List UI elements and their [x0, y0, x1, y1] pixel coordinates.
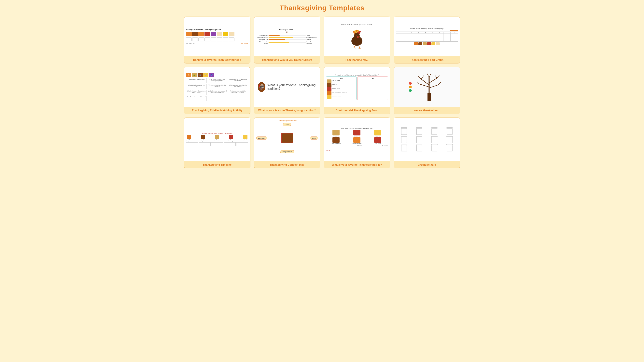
- food-yes-2: [327, 84, 332, 87]
- card4-preview: What is your favorite thing to eat on Th…: [394, 17, 460, 56]
- card-riddles[interactable]: 🥚 🌽 🚢 🎖️ 🫐 It has ears but it cannot hea…: [184, 67, 250, 114]
- pie-x-right: My Favorite: [382, 145, 388, 146]
- card7-preview-title: Are each of the following an acceptable …: [326, 74, 388, 76]
- pie-img-2: [353, 130, 360, 136]
- card2-preview: Would you rather... 🦃 Cook Dinner Travel…: [254, 17, 320, 56]
- slider-right-2: Mashed Potatoes: [306, 37, 317, 38]
- slider-track-2: [268, 37, 306, 38]
- food-img-5: [210, 32, 216, 36]
- card3-preview: I am thankful for many things Name:: [324, 17, 390, 56]
- rank-box-4: [204, 38, 210, 42]
- food-img-3: [198, 32, 204, 36]
- jar-4-body: [446, 128, 452, 135]
- tl-box-1: [186, 142, 198, 146]
- jar-8-body: [446, 137, 452, 143]
- food-yes-4: [327, 91, 332, 95]
- tree-svg: [413, 69, 445, 105]
- card-gratitude-jars[interactable]: Gratitude Jars: [394, 118, 460, 168]
- card-thankful-tree[interactable]: We are thankful for...: [394, 67, 460, 114]
- jar-4: [442, 127, 457, 135]
- slider-fill-3: [268, 39, 285, 40]
- card-concept-map[interactable]: Thanksgiving Concept Map History Dinner: [254, 118, 320, 168]
- food-yes-5-label: Cranberry Sauce: [332, 95, 341, 99]
- card-thankful[interactable]: I am thankful for many things Name:: [324, 16, 390, 64]
- jars-grid: [396, 126, 458, 152]
- jar-10: [412, 144, 426, 152]
- jar-9: [397, 144, 411, 152]
- svg-line-25: [418, 76, 421, 79]
- riddle-icon-5: 🫐: [209, 73, 214, 77]
- jar-7: [427, 136, 442, 143]
- tl-box-4: [224, 142, 236, 146]
- jar-6: [412, 136, 426, 143]
- riddle-cell-4: Why did the turkey cross the road?: [186, 84, 207, 89]
- pie-label-3: Apple Pie: [375, 136, 380, 137]
- svg-line-32: [417, 82, 419, 84]
- slider-left-1: Cook Dinner: [257, 34, 268, 36]
- riddle-icon-2: 🌽: [192, 73, 197, 77]
- food-yes-3: [327, 87, 332, 91]
- svg-line-23: [419, 84, 429, 87]
- graph-img-2: [418, 42, 422, 45]
- jar-2-body: [416, 128, 422, 135]
- card3-label: I am thankful for...: [324, 56, 390, 63]
- pie-label-5: Lemon Meringue: [352, 143, 362, 144]
- slider-track-4: [268, 42, 306, 43]
- jar-10-body: [416, 145, 422, 152]
- pie-x-left-yuck: Yuck ✗: [326, 150, 330, 151]
- svg-point-8: [356, 35, 356, 35]
- card-timeline[interactable]: Timeline Leading Up to the First Thanksg…: [184, 118, 250, 168]
- jar-12-body: [446, 145, 452, 152]
- food-yes-3-label: Candied Yams: [332, 87, 340, 91]
- tl-box-5: [236, 142, 248, 146]
- riddle-cell-1: It has ears but it cannot hear...: [186, 78, 207, 84]
- graph-img-3: [423, 42, 427, 45]
- jar-6-body: [416, 137, 422, 143]
- jar-2: [412, 127, 426, 135]
- card10-preview-title: Thanksgiving Concept Map: [256, 120, 318, 122]
- pie-img-3: [374, 130, 381, 136]
- food-graph-accent: [450, 30, 458, 31]
- dot-orange: [409, 86, 412, 88]
- slider-fill-2: [268, 37, 293, 38]
- card6-label: What is your favorite Thanksgiving tradi…: [254, 107, 320, 114]
- slider-right-1: Travel: [306, 34, 317, 36]
- concept-node-decorations: Decorations: [256, 137, 268, 140]
- food-img-8: [229, 32, 234, 36]
- rank-box-5: [210, 38, 216, 42]
- tl-img-3: [215, 135, 219, 139]
- food-img-2: [192, 32, 198, 36]
- pie-y-top: Delicious: [357, 145, 362, 146]
- tradition-content: 🦃 What is your favorite Thanksgiving tra…: [256, 80, 318, 94]
- slider-row-2: Watch the Parade Mashed Potatoes: [257, 37, 318, 38]
- riddle-cell-10: It's a flower that doesn't bloom?: [186, 96, 207, 101]
- card-tradition[interactable]: 🦃 What is your favorite Thanksgiving tra…: [254, 67, 320, 114]
- graph-img-5: [432, 42, 436, 45]
- card-sliders[interactable]: Would you rather... 🦃 Cook Dinner Travel…: [254, 16, 320, 64]
- svg-line-31: [429, 74, 431, 77]
- template-grid: Rank your favorite Thanksgiving Food: [184, 16, 460, 168]
- card-food-graph[interactable]: What is your favorite thing to eat on Th…: [394, 16, 460, 64]
- card1-preview-title: Rank your favorite Thanksgiving Food: [186, 28, 248, 31]
- jar-8: [442, 136, 457, 143]
- food-img-7: [223, 32, 228, 36]
- food-row-1: Tray Can Salad: [327, 80, 356, 83]
- card9-preview: Timeline Leading Up to the First Thanksg…: [184, 118, 250, 161]
- food-row-5: Cranberry Sauce: [327, 95, 356, 99]
- yes-header: Yes: [327, 77, 356, 79]
- graph-row-2: [396, 36, 458, 39]
- card-pie[interactable]: How to feel about each of these Thanksgi…: [324, 118, 390, 168]
- pie-label-6: Cherry Pie: [375, 143, 380, 144]
- svg-line-21: [421, 79, 429, 85]
- food-row-4: Ham and Banana Casserole: [327, 91, 356, 95]
- card1-preview: Rank your favorite Thanksgiving Food: [184, 17, 250, 56]
- food-img-4: [204, 32, 210, 36]
- tl-label-1: 1620 Mayflower: [186, 139, 192, 142]
- food-yes-4-label: Ham and Banana Casserole: [332, 91, 347, 95]
- svg-line-27: [434, 75, 437, 78]
- slider-track-1: [268, 35, 306, 36]
- card-controversial[interactable]: Are each of the following an acceptable …: [324, 67, 390, 114]
- svg-line-15: [359, 46, 360, 48]
- card-rank-food[interactable]: Rank your favorite Thanksgiving Food: [184, 16, 250, 64]
- pie-label-1: Pumpkin Pie: [333, 136, 340, 137]
